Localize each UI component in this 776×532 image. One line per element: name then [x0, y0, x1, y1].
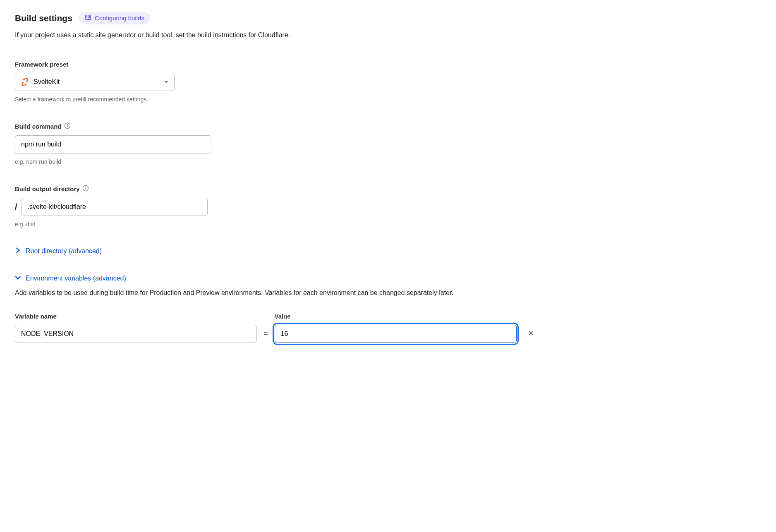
env-name-input[interactable]: [15, 325, 257, 343]
build-output-helper: e.g. dist: [15, 221, 761, 228]
env-description: Add variables to be used during build ti…: [15, 288, 524, 298]
framework-preset-select[interactable]: SvelteKit: [15, 73, 175, 91]
chevron-right-icon: [15, 247, 21, 255]
book-icon: [85, 14, 91, 22]
chevron-down-icon: [15, 275, 21, 282]
build-command-label: Build command: [15, 123, 62, 130]
docs-link-label: Configuring builds: [95, 14, 144, 22]
build-command-helper: e.g. npm run build: [15, 158, 761, 165]
equals-separator: =: [263, 329, 268, 338]
build-command-field: Build command e.g. npm run build: [15, 122, 761, 165]
svg-point-8: [67, 125, 67, 125]
root-directory-label: Root directory (advanced): [26, 247, 102, 255]
env-variables-label: Environment variables (advanced): [26, 275, 126, 282]
page-title: Build settings: [15, 13, 72, 23]
env-name-label: Variable name: [15, 313, 257, 320]
build-output-input[interactable]: [22, 198, 208, 216]
framework-helper-text: Select a framework to prefill recommende…: [15, 96, 761, 103]
info-icon[interactable]: [64, 122, 71, 130]
info-icon[interactable]: [82, 185, 89, 193]
remove-variable-button[interactable]: [523, 325, 539, 342]
env-variables-toggle[interactable]: Environment variables (advanced): [15, 275, 126, 282]
close-icon: [527, 332, 535, 338]
build-command-input[interactable]: [15, 135, 211, 153]
framework-selected-value: SvelteKit: [34, 78, 60, 86]
path-prefix-slash: /: [15, 202, 17, 212]
env-value-label: Value: [275, 313, 517, 320]
framework-preset-field: Framework preset SvelteKit Select a fram…: [15, 61, 761, 103]
svg-point-11: [85, 187, 86, 187]
env-value-input[interactable]: [275, 325, 517, 343]
build-output-label: Build output directory: [15, 185, 80, 192]
section-description: If your project uses a static site gener…: [15, 30, 761, 40]
svelte-icon: [21, 78, 29, 86]
root-directory-toggle[interactable]: Root directory (advanced): [15, 247, 102, 255]
framework-preset-label: Framework preset: [15, 61, 761, 68]
build-output-field: Build output directory / e.g. dist: [15, 185, 761, 228]
docs-link-configuring-builds[interactable]: Configuring builds: [79, 12, 150, 24]
env-variable-row: Variable name = Value: [15, 313, 761, 343]
